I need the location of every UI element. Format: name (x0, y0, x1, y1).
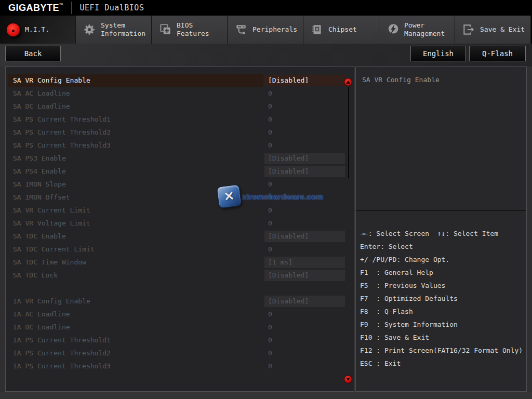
settings-row[interactable]: SA AC Loadline 0 (6, 87, 354, 100)
setting-label: SA PS Current Threshold3 (13, 141, 111, 149)
chipset-icon (310, 23, 324, 37)
tab-peripherals[interactable]: Peripherals (228, 16, 303, 44)
settings-row[interactable]: SA PS3 Enable [Disabled] (6, 152, 354, 165)
settings-row[interactable]: SA PS4 Enable [Disabled] (6, 165, 354, 178)
setting-label: SA DC Loadline (13, 102, 70, 110)
settings-row[interactable]: SA TDC Lock [Disabled] (6, 269, 354, 282)
setting-value: 0 (268, 219, 272, 227)
legend-line: F10 : Save & Exit (360, 331, 525, 344)
setting-label: IA AC Loadline (13, 310, 70, 318)
tab-save-exit[interactable]: Save & Exit (455, 16, 531, 44)
setting-value: 0 (268, 89, 272, 97)
legend-line: F12 : Print Screen(FAT16/32 Format Only) (360, 344, 525, 357)
setting-value: 0 (268, 128, 272, 136)
qflash-button[interactable]: Q-Flash (469, 46, 526, 61)
settings-row[interactable]: IA VR Config Enable [Disabled] (6, 295, 354, 308)
legend-line: F8 : Q-Flash (360, 305, 525, 318)
setting-label: SA AC Loadline (13, 89, 70, 97)
gear-icon (82, 23, 96, 37)
setting-value: 0 (268, 141, 272, 149)
tab-power-management[interactable]: Power Management (379, 16, 455, 44)
save-exit-icon (461, 23, 475, 37)
tab-label: System Information (101, 21, 151, 38)
settings-row[interactable] (6, 282, 354, 295)
settings-panel: SA VR Config Enable [Disabled] SA AC Loa… (5, 66, 354, 392)
setting-label: IA VR Config Enable (13, 297, 90, 305)
tab-label: Chipset (328, 25, 379, 34)
settings-row[interactable]: IA AC Loadline 0 (6, 308, 354, 321)
settings-row[interactable]: SA VR Config Enable [Disabled] (6, 74, 354, 87)
setting-value: 0 (268, 310, 272, 318)
settings-row[interactable]: SA VR Current Limit 0 (6, 204, 354, 217)
setting-label: SA VR Config Enable (13, 76, 90, 84)
setting-label: IA DC Loadline (13, 323, 70, 331)
legend-line: F9 : System Information (360, 318, 525, 331)
setting-value: [Disabled] (268, 154, 309, 162)
setting-label: SA PS Current Threshold2 (13, 128, 111, 136)
topbar-divider (71, 2, 72, 14)
setting-label: SA PS Current Threshold1 (13, 115, 111, 123)
setting-label: SA TDC Current Limit (13, 245, 95, 253)
toolbar: Back English Q-Flash (0, 44, 532, 66)
back-button[interactable]: Back (5, 46, 61, 61)
settings-row[interactable]: SA TDC Time Window [1 ms] (6, 256, 354, 269)
product-title: UEFI DualBIOS (80, 3, 144, 12)
tab-mit[interactable]: M.I.T. (0, 16, 76, 44)
help-divider (356, 210, 526, 211)
setting-label: SA PS3 Enable (13, 154, 66, 162)
key-legend: →←: Select Screen ↑↓: Select ItemEnter: … (360, 227, 525, 370)
setting-value: [Disabled] (268, 167, 309, 175)
setting-label: SA TDC Time Window (13, 258, 86, 266)
settings-row[interactable]: SA TDC Enable [Disabled] (6, 230, 354, 243)
tab-system-information[interactable]: System Information (76, 16, 152, 44)
language-button[interactable]: English (410, 46, 466, 61)
settings-row[interactable]: IA PS Current Threshold1 0 (6, 334, 354, 347)
legend-line: +/-/PU/PD: Change Opt. (360, 253, 525, 266)
trademark-symbol: ™ (59, 3, 64, 7)
setting-value: [Disabled] (268, 76, 309, 84)
setting-label: SA TDC Enable (13, 232, 66, 240)
settings-row[interactable]: SA TDC Current Limit 0 (6, 243, 354, 256)
main-menu-tabbar: M.I.T. System Information BIOS Features (0, 16, 532, 44)
settings-row[interactable]: SA PS Current Threshold2 0 (6, 126, 354, 139)
settings-row[interactable]: SA IMON Offset 0 (6, 191, 354, 204)
setting-value: [Disabled] (268, 271, 309, 279)
setting-label: SA IMON Offset (13, 193, 70, 201)
tab-label: M.I.T. (25, 25, 75, 34)
tab-label: Save & Exit (480, 25, 530, 34)
settings-row[interactable]: SA DC Loadline 0 (6, 100, 354, 113)
scrollbar-thumb[interactable] (348, 87, 349, 178)
setting-value: [1 ms] (268, 258, 292, 266)
tab-chipset[interactable]: Chipset (303, 16, 379, 44)
settings-row[interactable]: SA PS Current Threshold1 0 (6, 113, 354, 126)
tab-label: Peripherals (252, 25, 303, 34)
setting-label: SA TDC Lock (13, 271, 58, 279)
setting-value: 0 (268, 206, 272, 214)
setting-label: SA VR Voltage Limit (13, 219, 90, 227)
setting-label: IA PS Current Threshold2 (13, 349, 111, 357)
setting-value: [Disabled] (268, 232, 309, 240)
settings-row[interactable]: SA PS Current Threshold3 0 (6, 139, 354, 152)
peripherals-icon (234, 23, 248, 37)
mit-red-dot-icon (6, 23, 20, 37)
bottom-strip (0, 392, 532, 399)
scroll-up-icon[interactable] (344, 78, 352, 86)
settings-row[interactable]: SA VR Voltage Limit 0 (6, 217, 354, 230)
help-panel: SA VR Config Enable →←: Select Screen ↑↓… (355, 66, 527, 392)
setting-label: SA VR Current Limit (13, 206, 90, 214)
setting-value: 0 (268, 349, 272, 357)
settings-row[interactable]: IA DC Loadline 0 (6, 321, 354, 334)
setting-label: IA PS Current Threshold3 (13, 362, 111, 370)
settings-list: SA VR Config Enable [Disabled] SA AC Loa… (6, 74, 354, 373)
tab-bios-features[interactable]: BIOS Features (152, 16, 228, 44)
tab-label: Power Management (404, 21, 455, 38)
legend-line: F7 : Optimized Defaults (360, 292, 525, 305)
setting-value: 0 (268, 362, 272, 370)
power-icon (385, 23, 400, 37)
scroll-down-icon[interactable] (344, 375, 352, 383)
settings-row[interactable]: IA PS Current Threshold2 0 (6, 347, 354, 360)
tab-label: BIOS Features (177, 21, 227, 38)
settings-row[interactable]: IA PS Current Threshold3 0 (6, 360, 354, 373)
settings-row[interactable]: SA IMON Slope 0 (6, 178, 354, 191)
setting-value: 0 (268, 336, 272, 344)
